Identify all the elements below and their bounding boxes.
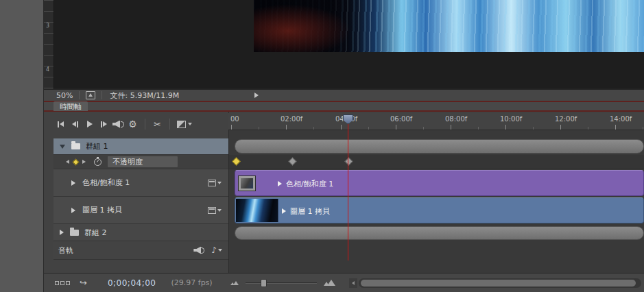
previous-frame-icon — [77, 121, 78, 127]
column-divider[interactable] — [228, 112, 229, 273]
folder-icon — [71, 143, 80, 149]
speaker-wave-icon — [201, 247, 204, 254]
track-label: 色相/飽和度 1 — [82, 178, 130, 188]
next-frame-button[interactable] — [97, 117, 111, 132]
music-note-icon[interactable]: ♪ — [211, 246, 217, 254]
scrollbar-thumb[interactable] — [361, 280, 636, 287]
frames-icon — [66, 281, 70, 285]
scroll-left-button[interactable] — [349, 278, 357, 288]
playhead-line — [348, 124, 348, 260]
clip-layer-copy[interactable]: 圖層 1 拷貝 — [235, 197, 644, 223]
clip-options-icon[interactable] — [208, 180, 216, 186]
divider — [102, 91, 102, 99]
track-header-hue-saturation[interactable]: 色相/飽和度 1 — [53, 169, 228, 197]
zoom-out-timeline-button[interactable] — [230, 281, 239, 285]
first-frame-icon — [58, 121, 59, 127]
track-label: 圖層 1 拷貝 — [82, 205, 122, 215]
zoom-in-timeline-button[interactable] — [324, 280, 335, 286]
transition-icon — [177, 121, 186, 128]
track-header-layer-copy[interactable]: 圖層 1 拷貝 — [53, 197, 228, 224]
gear-icon: ⚙ — [128, 119, 137, 129]
previous-keyframe-button[interactable] — [66, 160, 69, 164]
file-size-info: 文件: 5.93M/11.9M — [110, 90, 179, 101]
clip-label: 色相/飽和度 1 — [286, 179, 333, 189]
frames-icon — [55, 281, 59, 285]
render-arrow-icon[interactable]: ↪ — [80, 278, 87, 288]
chevron-down-icon — [188, 123, 192, 125]
playback-controls: ⚙ ✂ — [53, 116, 226, 132]
status-flyout-arrow-icon[interactable] — [254, 93, 259, 98]
next-frame-icon — [103, 121, 107, 127]
track-header-audio[interactable]: 音軌 ♪ — [53, 241, 228, 260]
disclosure-closed-icon[interactable] — [71, 180, 75, 186]
scissors-icon: ✂ — [154, 120, 161, 129]
play-icon — [87, 121, 93, 127]
horizontal-scrollbar[interactable] — [359, 278, 641, 288]
track-header-group1[interactable]: 群組 1 — [53, 138, 228, 155]
ruler-number: 4 — [46, 66, 49, 73]
clip-thumbnail — [238, 175, 256, 191]
clip-thumbnail — [236, 199, 278, 222]
next-frame-icon — [101, 121, 102, 127]
tab-timeline[interactable]: 時間軸 — [53, 101, 88, 111]
split-at-playhead-button[interactable]: ✂ — [150, 117, 165, 132]
ruler-minor-ticks — [259, 127, 644, 130]
document-status-bar: 50% 文件: 5.93M/11.9M — [44, 89, 644, 101]
clip-options-icon[interactable] — [208, 207, 216, 214]
up-arrow-icon — [88, 93, 93, 97]
add-keyframe-icon[interactable] — [73, 158, 80, 165]
vertical-ruler: 3 4 — [44, 0, 54, 89]
chevron-down-icon[interactable] — [217, 209, 222, 212]
chevron-down-icon[interactable] — [217, 182, 222, 184]
zoom-level-field[interactable]: 50% — [56, 91, 73, 100]
speaker-icon — [112, 121, 120, 128]
chevron-down-icon[interactable] — [218, 249, 222, 252]
ruler-tick-label: 10:00f — [500, 115, 522, 123]
timeline-zoom-slider[interactable] — [246, 278, 317, 288]
previous-frame-icon — [72, 121, 76, 127]
previous-frame-button[interactable] — [68, 117, 82, 132]
clip-hue-saturation[interactable]: 色相/飽和度 1 — [235, 170, 644, 196]
track-header-group2[interactable]: 群組 2 — [53, 224, 228, 241]
ruler-tick-label: 06:00f — [390, 115, 412, 123]
timeline-footer-bar: ↪ 0;00;04;00 (29.97 fps) — [44, 273, 644, 292]
ruler-number: 3 — [46, 23, 49, 29]
clip-disclosure-icon[interactable] — [278, 181, 282, 186]
document-image — [254, 0, 644, 52]
first-frame-button[interactable] — [53, 117, 68, 132]
time-ruler[interactable]: 00 02:00f 04:00f 06:00f 08:00f 10:00f 12… — [228, 113, 644, 130]
group1-duration-bar[interactable] — [235, 139, 644, 154]
divider — [145, 119, 145, 130]
thumbnail-image — [241, 178, 253, 188]
ruler-tick-label: 02:00f — [281, 115, 302, 123]
divider — [79, 91, 80, 99]
speaker-icon[interactable] — [193, 247, 201, 254]
animated-property-band[interactable]: 不透明度 — [108, 156, 178, 167]
convert-to-frame-animation-button[interactable] — [55, 281, 71, 285]
folder-icon — [70, 230, 79, 236]
large-mountain-icon — [327, 280, 335, 286]
speaker-wave-icon — [121, 121, 124, 127]
timeline-settings-button[interactable]: ⚙ — [126, 117, 140, 132]
property-label: 不透明度 — [112, 157, 143, 167]
next-keyframe-button[interactable] — [82, 160, 86, 164]
group2-duration-bar[interactable] — [235, 226, 644, 240]
clip-disclosure-icon[interactable] — [282, 208, 286, 214]
track-label: 群組 2 — [84, 228, 107, 238]
tab-label: 時間軸 — [60, 102, 82, 110]
mute-audio-button[interactable] — [111, 117, 126, 132]
clip-label: 圖層 1 拷貝 — [290, 206, 330, 217]
photoshop-timeline-window: 3 4 50% 文件: 5.93M/11.9M 時間軸 ⚙ ✂ 00 02:00… — [0, 0, 644, 292]
track-label: 音軌 — [58, 245, 73, 256]
stopwatch-icon[interactable] — [94, 158, 102, 166]
disclosure-closed-icon[interactable] — [60, 230, 64, 235]
disclosure-open-icon[interactable] — [60, 145, 65, 149]
left-panel-edge — [0, 0, 44, 292]
divider — [169, 119, 170, 130]
transition-button[interactable] — [175, 117, 194, 132]
frame-rate: (29.97 fps) — [171, 278, 212, 287]
export-icon[interactable] — [86, 91, 95, 99]
disclosure-closed-icon[interactable] — [71, 208, 75, 213]
play-button[interactable] — [82, 117, 97, 132]
slider-thumb[interactable] — [261, 279, 267, 287]
